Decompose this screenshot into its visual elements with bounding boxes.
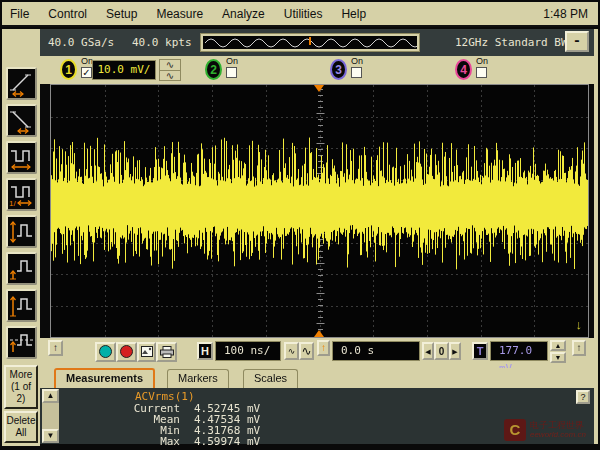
zoom-out-button[interactable]: ∿ (284, 342, 299, 360)
channel3-on-label: On (351, 57, 367, 66)
measure-vmin-button[interactable] (6, 252, 37, 285)
frequency-icon: 1/ (8, 182, 34, 208)
acquisition-status-bar: 40.0 GSa/s 40.0 kpts 12GHz Standard BW - (40, 29, 594, 56)
channel2-on-checkbox[interactable] (226, 67, 237, 78)
menu-bar: File Control Setup Measure Analyze Utili… (2, 2, 598, 27)
measurement-row-max: Max 4.59974 mV (40, 435, 360, 448)
menu-utilities[interactable]: Utilities (284, 7, 323, 21)
menu-control[interactable]: Control (48, 7, 87, 21)
menu-help[interactable]: Help (341, 7, 366, 21)
eeworld-logo-icon: C (504, 419, 526, 441)
trigger-time-marker-top-icon[interactable] (314, 85, 324, 92)
svg-text:1/: 1/ (9, 199, 16, 208)
measure-rise-time-button[interactable] (6, 67, 37, 100)
horizontal-position-value[interactable]: 0.0 s (332, 341, 420, 361)
row-label: Max (40, 435, 180, 448)
delete-all-label-line2: All (15, 427, 26, 438)
vmin-icon (8, 256, 34, 282)
stop-button[interactable] (116, 342, 137, 362)
trigger-menu-button[interactable]: T (472, 342, 488, 360)
eeworld-watermark: C 电子工程世界 eeworld.com.cn (504, 419, 586, 441)
run-button[interactable] (95, 342, 116, 362)
measure-vmax-button[interactable] (6, 289, 37, 322)
expand-left-button[interactable]: ↑ (48, 340, 63, 356)
measure-fall-time-button[interactable] (6, 104, 37, 137)
measurement-sidebar: 1/ (2, 29, 40, 446)
expand-right-button[interactable]: ↑ (572, 340, 586, 356)
right-edge-strip (594, 29, 598, 444)
scroll-up-button[interactable]: ▲ (42, 389, 59, 403)
oscilloscope-screen: File Control Setup Measure Analyze Utili… (0, 0, 600, 450)
channel2-badge[interactable]: 2 (205, 59, 222, 80)
channel1-badge[interactable]: 1 (60, 59, 77, 80)
print-button[interactable] (156, 342, 177, 362)
delete-all-button[interactable]: Delete All (4, 411, 38, 443)
channel3-badge[interactable]: 3 (330, 59, 347, 80)
vmax-icon (8, 293, 34, 319)
more-label-line2: (1 of 2) (11, 381, 31, 404)
more-label-line1: More (10, 369, 33, 380)
channel4-on-label: On (476, 57, 492, 66)
channel4-badge[interactable]: 4 (455, 59, 472, 80)
coupling-lf-icon: ∿ (160, 71, 180, 81)
image-icon (141, 346, 153, 357)
run-icon (99, 345, 112, 358)
printer-icon (160, 346, 174, 358)
sample-rate: 40.0 GSa/s (48, 36, 114, 49)
menu-measure[interactable]: Measure (156, 7, 203, 21)
horizontal-scale-value[interactable]: 100 ns/ (215, 341, 281, 361)
watermark-line2: eeworld.com.cn (530, 430, 586, 439)
vpp-icon (8, 219, 34, 245)
measure-frequency-button[interactable]: 1/ (6, 178, 37, 211)
measure-period-button[interactable] (6, 141, 37, 174)
zoom-in-button[interactable]: ∿ (299, 342, 314, 360)
period-icon (8, 145, 34, 171)
menu-analyze[interactable]: Analyze (222, 7, 265, 21)
memory-depth: 40.0 kpts (132, 36, 192, 49)
channel1-on-checkbox[interactable]: ✓ (81, 67, 92, 78)
row-value: 4.59974 mV (194, 435, 260, 448)
minimize-button[interactable]: - (565, 31, 589, 52)
measure-vavg-button[interactable] (6, 326, 37, 359)
channel4-on-checkbox[interactable] (476, 67, 487, 78)
waveform-display[interactable]: ↓ (50, 84, 589, 338)
channel1-coupling-button[interactable]: ∿ ∿ (159, 59, 181, 81)
channel1-scale-value[interactable]: 10.0 mV/ (92, 60, 156, 80)
position-zero-button[interactable]: 0 (434, 342, 449, 360)
channel-controls-row: 1 On ✓ 10.0 mV/ ∿ ∿ 2 On 3 On 4 On (40, 56, 594, 84)
bottom-tabs: Measurements Markers Scales (40, 368, 594, 388)
measurements-panel: ▲ ▼ ACVrms(1) Current 4.52745 mV Mean 4.… (40, 388, 594, 444)
clock: 1:48 PM (543, 7, 588, 21)
channel1-ground-marker-icon: ↓ (576, 318, 583, 331)
tab-measurements[interactable]: Measurements (54, 368, 155, 388)
horizontal-menu-button[interactable]: H (197, 342, 213, 360)
menu-file[interactable]: File (10, 7, 29, 21)
help-button[interactable]: ? (576, 390, 590, 404)
waveform-preview[interactable] (200, 33, 420, 52)
trigger-level-up-button[interactable]: ▲ (550, 340, 566, 351)
preview-position-marker (309, 37, 311, 45)
channel2-on-label: On (226, 57, 242, 66)
more-button[interactable]: More (1 of 2) (4, 365, 38, 409)
rise-time-icon (8, 71, 34, 97)
bandwidth-label: 12GHz Standard BW (455, 36, 568, 49)
watermark-line1: 电子工程世界 (530, 421, 586, 430)
position-nudge-right-button[interactable]: ▶ (449, 342, 461, 360)
trigger-level-down-button[interactable]: ▼ (550, 352, 566, 363)
stop-icon (120, 345, 133, 358)
menu-setup[interactable]: Setup (106, 7, 137, 21)
trigger-time-marker-bottom-icon[interactable] (314, 330, 324, 337)
fall-time-icon (8, 108, 34, 134)
tab-markers[interactable]: Markers (167, 369, 229, 388)
trigger-level-value[interactable]: 177.0 mV (490, 341, 548, 361)
trigger-reference-button[interactable]: ↑ (317, 340, 330, 356)
preview-sine-icon (203, 36, 417, 49)
screen-capture-button[interactable] (137, 342, 156, 362)
position-nudge-left-button[interactable]: ◀ (422, 342, 434, 360)
vavg-icon (8, 330, 34, 356)
channel3-on-checkbox[interactable] (351, 67, 362, 78)
delete-all-label-line1: Delete (7, 415, 36, 426)
main-area: 40.0 GSa/s 40.0 kpts 12GHz Standard BW -… (40, 29, 594, 444)
measure-vpp-button[interactable] (6, 215, 37, 248)
tab-scales[interactable]: Scales (243, 369, 298, 388)
